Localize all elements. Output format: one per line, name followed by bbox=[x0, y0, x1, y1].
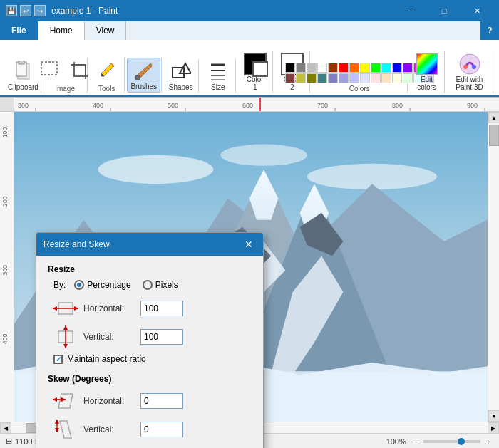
percentage-radio[interactable] bbox=[74, 280, 84, 290]
brushes-group: Brushes bbox=[126, 58, 162, 93]
ruler-corner bbox=[0, 98, 14, 112]
svg-text:900: 900 bbox=[467, 102, 478, 109]
title-bar-icons: 💾 ↩ ↪ bbox=[6, 5, 46, 16]
help-button[interactable]: ? bbox=[480, 21, 499, 40]
swatch-white[interactable] bbox=[317, 63, 327, 73]
edit-colors-button[interactable]: Editcolors bbox=[413, 51, 441, 93]
svg-text:500: 500 bbox=[168, 102, 178, 109]
shapes-group: Shapes bbox=[163, 59, 199, 93]
by-label: By: bbox=[53, 280, 66, 290]
swatch-red[interactable] bbox=[339, 63, 349, 73]
colors-group: Colors bbox=[312, 63, 408, 93]
svg-text:800: 800 bbox=[392, 102, 403, 109]
colors-label: Colors bbox=[349, 85, 370, 93]
size-button[interactable]: Size bbox=[204, 59, 232, 93]
swatch-green[interactable] bbox=[371, 63, 381, 73]
swatch-lavender[interactable] bbox=[349, 73, 359, 83]
crop-icon bbox=[68, 59, 91, 82]
pixels-label: Pixels bbox=[155, 280, 178, 290]
swatch-cyan[interactable] bbox=[381, 63, 391, 73]
tab-view[interactable]: View bbox=[85, 21, 127, 40]
shapes-button[interactable]: Shapes bbox=[166, 59, 196, 93]
horizontal-resize-input[interactable] bbox=[140, 301, 183, 316]
tab-home[interactable]: Home bbox=[38, 21, 85, 40]
pixels-radio-label[interactable]: Pixels bbox=[143, 280, 178, 290]
swatch-darkolive[interactable] bbox=[307, 73, 317, 83]
redo-icon[interactable]: ↪ bbox=[34, 5, 46, 16]
swatch-darkred[interactable] bbox=[328, 63, 338, 73]
vertical-resize-label: Vertical: bbox=[83, 332, 140, 342]
swatch-lightyellow[interactable] bbox=[392, 73, 402, 83]
swatch-gray[interactable] bbox=[296, 63, 306, 73]
tools-group: Tools bbox=[89, 58, 125, 93]
image-label: Image bbox=[55, 85, 75, 93]
svg-marker-63 bbox=[55, 420, 59, 424]
svg-text:300: 300 bbox=[18, 102, 29, 109]
swatch-lightpink[interactable] bbox=[371, 73, 381, 83]
percentage-radio-label[interactable]: Percentage bbox=[74, 280, 130, 290]
title-bar: 💾 ↩ ↪ example 1 - Paint ─ □ ✕ bbox=[0, 0, 499, 21]
dialog-close-button[interactable]: ✕ bbox=[242, 237, 256, 251]
size-group: Size bbox=[200, 59, 236, 93]
maximize-button[interactable]: □ bbox=[428, 0, 461, 21]
swatch-black[interactable] bbox=[285, 63, 295, 73]
swatch-lightlavender[interactable] bbox=[360, 73, 370, 83]
tab-file[interactable]: File bbox=[0, 21, 38, 40]
dialog-body: Resize By: Percentage Pixels bbox=[36, 256, 263, 448]
swatch-brown[interactable] bbox=[285, 73, 295, 83]
svg-marker-51 bbox=[53, 306, 57, 311]
tools-label: Tools bbox=[98, 85, 115, 93]
swatch-orange[interactable] bbox=[349, 63, 359, 73]
horizontal-resize-icon bbox=[48, 297, 83, 320]
ribbon-content: Clipboard bbox=[0, 40, 499, 97]
swatch-yellow[interactable] bbox=[360, 63, 370, 73]
edit-paint3d-button[interactable]: Edit with Paint 3D bbox=[452, 51, 487, 93]
horizontal-ruler: 300 400 500 600 700 800 900 bbox=[0, 98, 499, 112]
swatch-teal[interactable] bbox=[317, 73, 327, 83]
swatch-blue[interactable] bbox=[392, 63, 402, 73]
svg-marker-60 bbox=[61, 397, 66, 402]
swatch-peach[interactable] bbox=[381, 73, 391, 83]
vertical-skew-input[interactable] bbox=[140, 422, 183, 437]
save-icon[interactable]: 💾 bbox=[6, 5, 17, 16]
color1-icon bbox=[244, 53, 267, 75]
image-group: Image bbox=[43, 58, 88, 93]
svg-marker-52 bbox=[74, 306, 78, 311]
swatch-silver[interactable] bbox=[307, 63, 317, 73]
horizontal-skew-icon bbox=[48, 390, 83, 412]
svg-point-13 bbox=[472, 65, 476, 69]
resize-skew-dialog: Resize and Skew ✕ Resize By: Percentage bbox=[36, 232, 264, 448]
dialog-title: Resize and Skew bbox=[43, 239, 110, 249]
ribbon: File Home View ? Clipboard bbox=[0, 21, 499, 98]
swatch-periwinkle[interactable] bbox=[339, 73, 349, 83]
vertical-resize-input[interactable] bbox=[140, 329, 183, 345]
pixels-radio[interactable] bbox=[143, 280, 153, 290]
color1-label: Color1 bbox=[247, 75, 264, 91]
window-title: example 1 - Paint bbox=[51, 6, 395, 16]
minimize-button[interactable]: ─ bbox=[395, 0, 428, 21]
brushes-button[interactable]: Brushes bbox=[127, 58, 160, 93]
horizontal-resize-row: Horizontal: bbox=[48, 297, 252, 320]
select-button[interactable] bbox=[36, 58, 64, 83]
aspect-ratio-checkbox[interactable] bbox=[53, 355, 63, 364]
horizontal-skew-row: Horizontal: bbox=[48, 390, 252, 412]
svg-point-4 bbox=[135, 75, 140, 80]
svg-marker-61 bbox=[60, 421, 71, 438]
resize-section: Resize By: Percentage Pixels bbox=[48, 264, 252, 364]
shapes-label: Shapes bbox=[169, 83, 193, 91]
horizontal-skew-label: Horizontal: bbox=[83, 396, 140, 406]
by-row: By: Percentage Pixels bbox=[53, 280, 252, 290]
close-button[interactable]: ✕ bbox=[461, 0, 493, 21]
horizontal-skew-input[interactable] bbox=[140, 393, 183, 409]
svg-marker-57 bbox=[58, 394, 73, 408]
paint3d-icon bbox=[458, 53, 481, 75]
pencil-button[interactable] bbox=[93, 58, 121, 83]
swatch-olive[interactable] bbox=[296, 73, 306, 83]
brush-icon bbox=[133, 60, 155, 83]
undo-icon[interactable]: ↩ bbox=[20, 5, 31, 16]
svg-point-12 bbox=[463, 65, 468, 69]
color1-button[interactable]: Color1 bbox=[241, 51, 269, 93]
resize-title: Resize bbox=[48, 264, 252, 274]
swatch-indigo[interactable] bbox=[328, 73, 338, 83]
aspect-ratio-row: Maintain aspect ratio bbox=[53, 354, 252, 364]
